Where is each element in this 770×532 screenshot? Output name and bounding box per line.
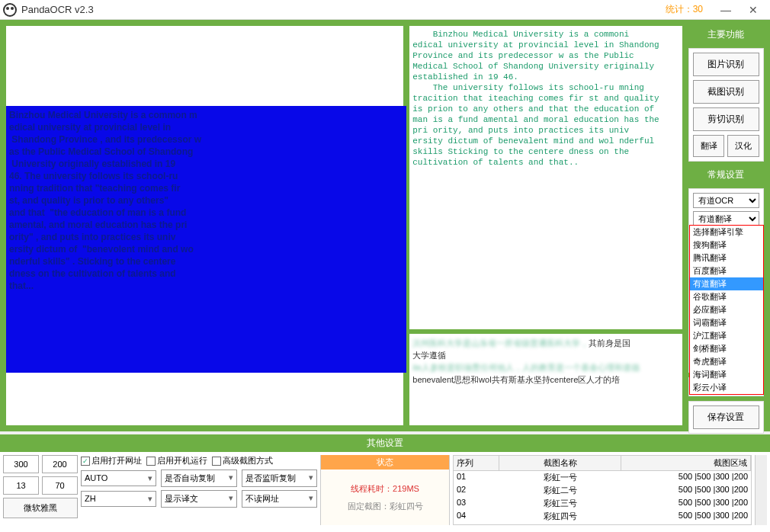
table-scrollbar[interactable] [755,455,767,525]
localize-button[interactable]: 汉化 [727,135,759,157]
translate-engine-dropdown[interactable]: 选择翻译引擎搜狗翻译腾讯翻译百度翻译有道翻译谷歌翻译必应翻译词霸翻译沪江翻译剑桥… [689,225,764,395]
ocr-result-text[interactable]: Binzhou Medical University is a commoni … [409,26,682,329]
font-button[interactable]: 微软雅黑 [3,498,78,518]
dropdown-option[interactable]: 海词翻译 [690,368,763,381]
dropdown-option[interactable]: 腾讯翻译 [690,252,763,264]
main-func-header: 主要功能 [688,26,764,43]
dropdown-option[interactable]: 必应翻译 [690,303,763,316]
table-row[interactable]: 02彩虹二号500 |500 |300 |200 [454,484,751,497]
translation-result-text[interactable]: 滨州医科大学是山东省一所省级普通医科大学，其前身是国 大学遵循 ite人参校是职… [409,334,682,425]
app-title: PandaOCR v2.3 [21,4,94,15]
num3-field[interactable]: 13 [3,476,39,495]
screenshot-ocr-button[interactable]: 截图识别 [693,80,759,104]
read-url-select[interactable]: 不读网址▾ [242,490,317,508]
app-logo [3,3,17,17]
show-trans-select[interactable]: 显示译文▾ [161,490,236,508]
save-settings-button[interactable]: 保存设置 [693,405,759,429]
dropdown-option[interactable]: 有道翻译 [690,277,763,290]
dropdown-option[interactable]: 搜狗翻译 [690,239,763,252]
dropdown-option[interactable]: 选择翻译引擎 [690,226,763,239]
settings-header: 常规设置 [688,166,764,184]
dropdown-option[interactable]: 沪江翻译 [690,329,763,342]
num4-field[interactable]: 70 [42,476,78,495]
dropdown-option[interactable]: 剑桥翻译 [690,342,763,355]
table-row[interactable]: 03彩虹三号500 |500 |300 |200 [454,497,751,510]
dropdown-option[interactable]: 百度翻译 [690,264,763,277]
th-name: 截图名称 [499,456,621,470]
th-area: 截图区域 [621,456,751,470]
translate-engine-select[interactable]: 有道翻译 [693,211,759,226]
th-index: 序列 [454,456,499,470]
close-button[interactable]: ✕ [740,1,767,19]
dropdown-option[interactable]: 谷歌翻译 [690,290,763,303]
titlebar: PandaOCR v2.3 统计：30 — ✕ [0,0,770,20]
status-panel: 状态 线程耗时：219MS 固定截图：彩虹四号 [320,455,450,525]
adv-shot-checkbox[interactable]: 高级截图方式 [212,455,273,466]
image-preview: Binzhou Medical University is a common m… [6,26,403,425]
status-fixed-shot: 固定截图：彩虹四号 [348,501,423,512]
dropdown-option[interactable]: 词霸翻译 [690,316,763,329]
status-thread-time: 线程耗时：219MS [351,483,419,495]
status-header: 状态 [321,455,449,470]
table-row[interactable]: 01彩虹一号500 |500 |300 |200 [454,471,751,484]
stats-label: 统计：30 [666,3,703,16]
source-text-overlay: Binzhou Medical University is a common m… [6,106,406,373]
open-url-checkbox[interactable]: ✓启用打开网址 [81,455,142,466]
clipboard-ocr-button[interactable]: 剪切识别 [693,107,759,131]
autorun-checkbox[interactable]: 启用开机运行 [146,455,207,466]
screenshot-table[interactable]: 序列 截图名称 截图区域 01彩虹一号500 |500 |300 |20002彩… [453,455,752,525]
table-row[interactable]: 05彩虹五号500 |500 |300 |200 [454,523,751,525]
image-ocr-button[interactable]: 图片识别 [693,53,759,76]
dropdown-option[interactable]: 奇虎翻译 [690,355,763,368]
ocr-engine-select[interactable]: 有道OCR [693,193,759,208]
other-settings-header: 其他设置 [0,434,770,452]
auto-select[interactable]: AUTO▾ [81,470,156,486]
num2-field[interactable]: 200 [42,455,78,473]
translate-button[interactable]: 翻译 [693,135,725,157]
dropdown-option[interactable]: 彩云小译 [690,381,763,394]
listen-copy-select[interactable]: 是否监听复制▾ [242,470,317,487]
minimize-button[interactable]: — [712,1,740,19]
lang-select[interactable]: ZH▾ [81,491,156,507]
num1-field[interactable]: 300 [3,455,39,473]
table-row[interactable]: 04彩虹四号500 |500 |300 |200 [454,510,751,523]
autocopy-select[interactable]: 是否自动复制▾ [161,470,236,487]
